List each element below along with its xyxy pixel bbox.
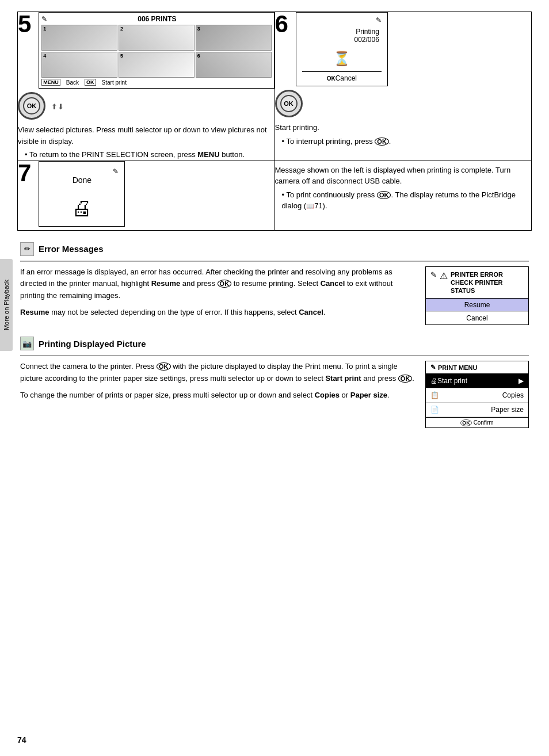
print-ok-circle1: OK (157, 362, 171, 371)
step6-progress: 002/006 (304, 36, 379, 44)
page-number: 74 (17, 735, 26, 744)
step5-start-label: Start print (102, 79, 127, 86)
print-para2: To change the number of prints or paper … (20, 390, 417, 402)
step5-camera-btn: OK ⬆⬇ (18, 92, 274, 121)
arrow-right-icon: ▶ (518, 377, 524, 385)
step7-right-cell: Message shown on the left is displayed w… (274, 161, 532, 230)
step5-bullet: • To return to the PRINT SELECTION scree… (25, 149, 274, 161)
step7-done-screen: ✎ Done 🖨 (39, 161, 125, 227)
step5-menu-icon: MENU (41, 79, 60, 86)
step5-back-label: Back (66, 79, 79, 86)
print-confirm-bar: OK Confirm (426, 417, 528, 427)
step7-number: 7 (18, 161, 31, 185)
step5-screen-title: 006 PRINTS (138, 15, 176, 23)
step7-done-text: Done (45, 175, 119, 185)
error-para2: Resume may not be selected depending on … (20, 307, 417, 319)
print-content: Connect the camera to the printer. Press… (20, 361, 529, 428)
page: More on Playback 5 ✎ 006 PRINTS (0, 0, 549, 756)
error-messages-heading: ✏ Error Messages (20, 242, 529, 256)
step7-header: 7 ✎ Done 🖨 (18, 161, 274, 227)
step6-status: Printing 002/006 (302, 25, 382, 46)
step6-corner: ✎ (302, 16, 382, 24)
step6-camera-btn: OK (275, 90, 532, 119)
error-text-block: If an error message is displayed, an err… (20, 266, 417, 319)
step5-cell: 5 ✎ 006 PRINTS 1 2 3 (18, 12, 275, 161)
camera-icon: 📷 (20, 337, 34, 350)
copies-icon: 📋 (430, 391, 439, 399)
instruction-table: 5 ✎ 006 PRINTS 1 2 3 (17, 12, 532, 231)
side-label-text: More on Playback (3, 280, 10, 330)
step6-ok-circle: OK (375, 138, 389, 146)
step5-screen-title-bar: ✎ 006 PRINTS (41, 15, 271, 23)
error-messages-title: Error Messages (39, 244, 104, 254)
step7-corner: ✎ (45, 167, 119, 175)
start-print-bold: Start print (325, 374, 361, 383)
warning-icon: ⚠ (440, 270, 448, 281)
print-displayed-section: 📷 Printing Displayed Picture Connect the… (20, 337, 529, 428)
step7-bullet: • To print continuously press OK. The di… (282, 189, 532, 212)
step6-screen: ✎ Printing 002/006 ⏳ OKCancel (296, 12, 388, 86)
step6-cancel-label: Cancel (336, 74, 357, 82)
photo-1: 1 (41, 25, 117, 51)
step6-header: 6 ✎ Printing 002/006 ⏳ OKCancel (275, 12, 532, 86)
photo-5: 5 (119, 52, 195, 78)
error-screen-corner: ✎ (430, 270, 437, 279)
step7-book-icon: 📖 (306, 203, 314, 209)
paper-size-bold: Paper size (350, 391, 387, 399)
confirm-circle: OK (460, 419, 472, 426)
printer-icon: 🖨 (45, 196, 119, 220)
print-start-item[interactable]: 🖨 Start print ▶ (426, 374, 528, 388)
copies-bold: Copies (315, 391, 340, 399)
step6-ok-btn: OK (280, 95, 298, 112)
steps-5-6-row: 5 ✎ 006 PRINTS 1 2 3 (18, 12, 532, 161)
photo-4: 4 (41, 52, 117, 78)
resume-bold2: Resume (20, 308, 49, 316)
error-messages-section: ✏ Error Messages If an error message is … (20, 242, 529, 326)
photo-3: 3 (196, 25, 272, 51)
photo-2: 2 (119, 25, 195, 51)
error-resume-item[interactable]: Resume (426, 299, 528, 312)
step5-ok-icon: OK (85, 79, 96, 86)
error-ok-circle: OK (218, 280, 232, 288)
error-divider (20, 261, 529, 262)
step7-description: Message shown on the left is displayed w… (275, 165, 532, 212)
print-corner: ✎ (430, 364, 436, 371)
error-screen: ✎ ⚠ PRINTER ERROR CHECK PRINTER STATUS R… (425, 266, 529, 326)
print-paper-item[interactable]: 📄 Paper size (426, 403, 528, 417)
step7-left-cell: 7 ✎ Done 🖨 (18, 161, 275, 230)
error-cancel-item[interactable]: Cancel (426, 312, 528, 324)
step7-ok-circle: OK (377, 191, 391, 199)
step7-row: 7 ✎ Done 🖨 Message shown on the left is … (18, 161, 532, 230)
step5-corner-icon: ✎ (41, 15, 47, 23)
print-copies-item[interactable]: 📋 Copies (426, 388, 528, 403)
step5-screen: ✎ 006 PRINTS 1 2 3 4 5 6 (39, 12, 274, 89)
error-msg-text: PRINTER ERROR CHECK PRINTER STATUS (451, 270, 503, 295)
print-menu-screen: ✎ PRINT MENU 🖨 Start print ▶ 📋 Copies 📄 (425, 361, 529, 428)
step6-cell: 6 ✎ Printing 002/006 ⏳ OKCancel (274, 12, 532, 161)
step6-cancel-bar: OKCancel (302, 71, 382, 82)
print-displayed-heading: 📷 Printing Displayed Picture (20, 337, 529, 350)
resume-bold: Resume (151, 279, 181, 288)
step5-menu-bold: MENU (197, 150, 219, 159)
step5-ok-btn: OK (23, 97, 40, 114)
step5-btn-arrows: ⬆⬇ (51, 102, 64, 111)
print-divider (20, 355, 529, 356)
step5-photo-grid: 1 2 3 4 5 6 (41, 25, 271, 78)
cancel-bold1: Cancel (321, 279, 345, 288)
step5-nav-bar: MENU Back OK Start print (41, 79, 271, 86)
paper-icon: 📄 (430, 406, 439, 414)
print-icon1: 🖨 (430, 377, 437, 385)
print-text-block: Connect the camera to the printer. Press… (20, 361, 417, 401)
step6-number: 6 (275, 12, 288, 36)
step5-number: 5 (18, 12, 31, 36)
step5-header: 5 ✎ 006 PRINTS 1 2 3 (18, 12, 274, 89)
print-screen-header: ✎ PRINT MENU (426, 361, 528, 374)
step6-description: Start printing. • To interrupt printing,… (275, 122, 532, 147)
pencil-icon: ✏ (20, 242, 34, 256)
hourglass-icon: ⏳ (302, 51, 382, 67)
step6-printing-label: Printing (304, 28, 379, 36)
lower-content: ✏ Error Messages If an error message is … (17, 242, 532, 429)
side-label: More on Playback (0, 259, 13, 351)
print-ok-circle2: OK (398, 375, 413, 383)
step6-bullet: • To interrupt printing, press OK. (282, 136, 532, 147)
